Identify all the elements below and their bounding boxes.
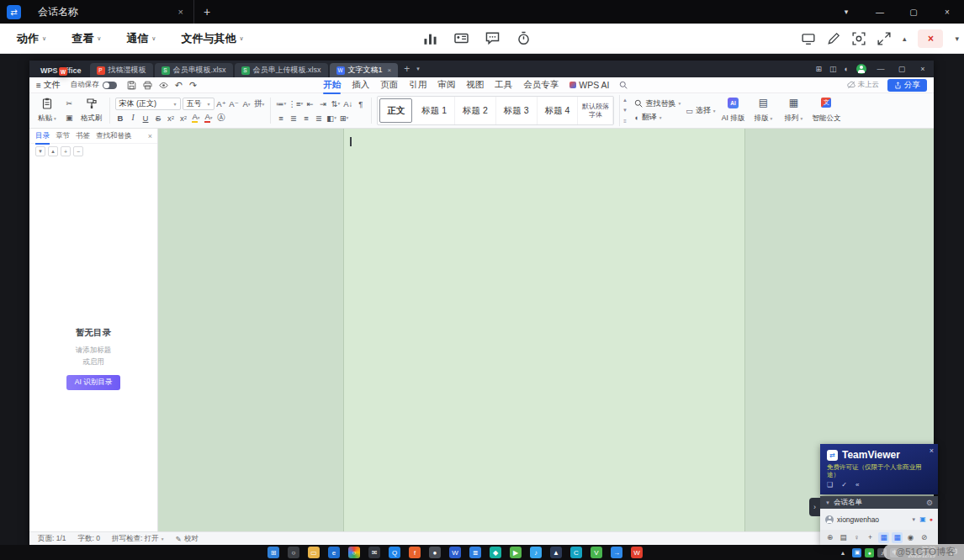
justify-icon[interactable]: ≣ [314, 112, 325, 124]
style-item[interactable]: 标题 3 [496, 97, 538, 124]
highlight-color-button[interactable]: A▾ [191, 112, 202, 124]
ribbon-tab[interactable]: 会员专享 [523, 79, 559, 91]
wechat-icon[interactable]: V [591, 547, 602, 558]
style-item[interactable]: 标题 2 [455, 97, 496, 124]
fullscreen-icon[interactable] [877, 32, 891, 45]
style-item[interactable]: 默认段落字体 [578, 97, 613, 124]
arrange-button[interactable]: ▦ 排列▾ [781, 95, 806, 126]
wps-icon[interactable]: W [631, 547, 643, 558]
search-icon[interactable] [619, 81, 628, 89]
green-app-icon[interactable]: ▶ [510, 547, 522, 558]
docs-icon[interactable]: ≣ [469, 547, 481, 558]
paragraph-mark-icon[interactable]: ¶ [355, 98, 366, 109]
panel-close-icon[interactable]: × [930, 446, 934, 455]
align-right-icon[interactable]: ≡ [301, 112, 312, 124]
wps-document-tab[interactable]: 会员串上传模板.xlsx × [235, 63, 328, 77]
toolbar-menu[interactable]: 动作 ∨ [17, 31, 46, 46]
edge-icon[interactable]: e [328, 547, 340, 558]
browser-blue-icon[interactable]: → [611, 547, 622, 558]
wps-document-tab[interactable]: 文字文稿1 × [330, 63, 399, 77]
remote-screen-icon[interactable]: ▣ [919, 515, 926, 523]
tray-green-icon[interactable]: ● [865, 548, 874, 557]
decrease-font-icon[interactable]: A⁻ [229, 98, 240, 110]
character-border-icon[interactable]: Ⓐ [216, 112, 227, 124]
redo-icon[interactable]: ↷ [189, 80, 197, 91]
timer-icon[interactable] [516, 31, 531, 45]
document-workspace[interactable] [158, 129, 934, 531]
share-button[interactable]: 分享 [887, 79, 927, 92]
tab-list-chevron-icon[interactable]: ▾ [414, 66, 422, 72]
spellcheck-status[interactable]: 拼写检查: 打开▾ [112, 534, 164, 544]
check-icon[interactable]: ✓ [841, 481, 847, 489]
toolbar-menu[interactable]: 查看 ∨ [72, 31, 101, 46]
align-center-icon[interactable]: ≣ [289, 112, 299, 124]
smart-document-button[interactable]: 文 智能公文 [811, 95, 841, 126]
wps-document-tab[interactable]: WPS Office × [34, 63, 88, 77]
toolbar-menu[interactable]: 通信 ∨ [126, 31, 156, 46]
music-icon[interactable]: ♪ [530, 547, 542, 558]
session-tool-icon[interactable]: + [865, 532, 876, 543]
window-maximize-button[interactable]: ▢ [897, 0, 930, 24]
navigation-tab[interactable]: 章节 [56, 131, 70, 141]
undo-icon[interactable]: ↶ [175, 80, 183, 91]
translate-button[interactable]: ◐ 翻译▾ [634, 112, 681, 123]
id-card-icon[interactable] [454, 31, 469, 45]
collapse-left-icon[interactable]: « [855, 481, 859, 489]
zoom-out-icon[interactable]: − [73, 146, 83, 156]
cloud-app-icon[interactable]: C [570, 547, 582, 558]
wps-document-tab[interactable]: 会员串模板.xlsx × [155, 63, 233, 77]
tray-expand-icon[interactable]: ▲ [840, 550, 846, 556]
ribbon-tab[interactable]: 审阅 [437, 79, 455, 91]
align-left-icon[interactable]: ≡ [276, 112, 287, 124]
bullet-list-icon[interactable]: ≔▾ [276, 98, 287, 109]
session-tool-icon[interactable]: ▦ [878, 532, 889, 543]
new-document-tab-button[interactable]: + [400, 63, 414, 75]
session-tool-icon[interactable]: ⊘ [919, 532, 930, 543]
autosave-control[interactable]: 自动保存 [71, 80, 117, 90]
style-item[interactable]: 正文 [379, 98, 412, 123]
session-tool-icon[interactable]: ♀ [851, 532, 862, 543]
search-icon[interactable]: ○ [288, 547, 299, 558]
titlebar-chevron-down-icon[interactable]: ▾ [829, 0, 863, 24]
mail-icon[interactable]: ✉ [368, 547, 380, 558]
wps-close-button[interactable]: × [916, 65, 930, 73]
paste-button[interactable]: 粘贴▾ [34, 95, 60, 126]
session-user-row[interactable]: xiongwenhao ▼ ▣ ● [820, 509, 938, 530]
file-menu[interactable]: ≡ 文件 [36, 79, 61, 91]
ribbon-tab[interactable]: 视图 [466, 79, 484, 91]
chrome-icon[interactable]: ○ [348, 547, 360, 558]
navigation-tab[interactable]: 目录 [35, 131, 50, 141]
expand-toolbar-icon[interactable]: ▾ [955, 34, 959, 43]
panel-collapse-handle[interactable]: › [809, 498, 820, 516]
session-tab-close-icon[interactable]: × [177, 7, 185, 17]
qq-icon[interactable]: Q [389, 547, 400, 558]
preview-icon[interactable] [159, 81, 168, 90]
signature-icon[interactable] [827, 32, 840, 45]
format-painter-button[interactable]: 格式刷 [79, 95, 104, 126]
increase-font-icon[interactable]: A⁺ [216, 98, 227, 110]
proofread-status[interactable]: ✎ 校对 [176, 534, 199, 544]
session-tab[interactable]: 会话名称 × [29, 0, 194, 24]
pane-close-icon[interactable]: × [148, 132, 152, 140]
sort-icon[interactable]: A↓ [342, 98, 353, 109]
scroll-up-icon[interactable]: ▲ [622, 98, 628, 103]
layout-split-icon[interactable]: ◫ [829, 65, 837, 73]
tray-blue-icon[interactable]: ▣ [852, 548, 861, 557]
device-share-icon[interactable] [802, 32, 815, 45]
ribbon-tab[interactable]: 开始 [323, 79, 341, 91]
copy-icon[interactable]: ▣ [66, 114, 73, 122]
apps-grid-icon[interactable]: ⊞ [816, 65, 823, 73]
collapse-up-icon[interactable]: ▴ [48, 146, 58, 156]
ai-layout-button[interactable]: AI AI 排版 [720, 95, 745, 126]
gallery-expand-icon[interactable]: ≡ [623, 119, 627, 124]
select-button[interactable]: ▭ 选择▾ [686, 105, 715, 116]
session-tool-icon[interactable]: ◉ [905, 532, 916, 543]
numbered-list-icon[interactable]: ⋮≡▾ [289, 98, 304, 109]
chat-icon[interactable] [485, 31, 500, 45]
subscript-button[interactable]: x2 [178, 112, 189, 124]
text-effect-icon[interactable]: A▾ [241, 98, 252, 110]
file-explorer-icon[interactable]: ▭ [308, 547, 320, 558]
session-tool-icon[interactable]: ▦ [892, 532, 903, 543]
superscript-button[interactable]: x2 [166, 112, 177, 124]
ribbon-tab[interactable]: WPS AI [569, 80, 609, 90]
